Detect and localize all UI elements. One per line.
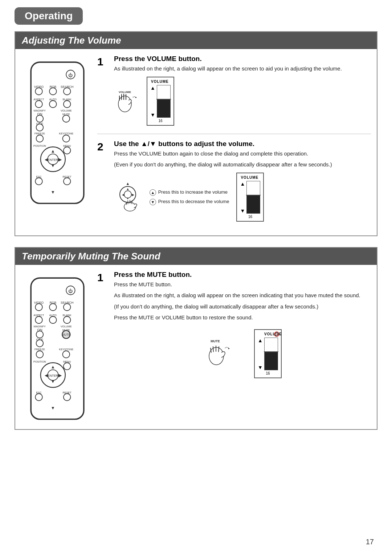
svg-text:▲: ▲ — [126, 187, 130, 191]
volume-meter-2: VOLUME ▲ ▼ — [236, 173, 265, 222]
section1-step1: 1 Press the VOLUME button. As illustrate… — [97, 55, 371, 126]
mute-step1-text1: Press the MUTE button. — [114, 280, 371, 289]
vol-arrow-down-mute: ▼ — [258, 364, 263, 370]
vol-arrow-down-1: ▼ — [150, 112, 155, 118]
svg-point-22 — [36, 124, 43, 131]
mute-step1-number: 1 — [97, 271, 110, 284]
svg-text:POSITION: POSITION — [33, 360, 46, 363]
step1-number: 1 — [97, 56, 110, 68]
svg-point-68 — [49, 303, 56, 310]
svg-point-101 — [35, 393, 42, 400]
vol-num-2: 16 — [248, 215, 252, 219]
vol-num-1: 16 — [158, 119, 162, 123]
arrow-legend: ▲ Press this to increase the volume ▼ Pr… — [150, 187, 229, 206]
step1-illustrations: VOLUME — [114, 77, 371, 126]
up-circle-icon: ▲ — [150, 189, 156, 196]
svg-point-87 — [36, 351, 43, 358]
down-circle-icon: ▼ — [150, 199, 156, 205]
operating-badge: Operating — [15, 7, 83, 25]
svg-text:▶: ▶ — [58, 373, 62, 378]
svg-line-109 — [219, 347, 219, 352]
vol-mid-line-2 — [246, 195, 261, 195]
svg-text:▼: ▼ — [51, 379, 55, 384]
hand-dpad-svg: ▲ ▲ ▼ ◀ ▶ — [114, 181, 143, 213]
legend-up: ▲ Press this to increase the volume — [150, 187, 229, 197]
section1-steps: 1 Press the VOLUME button. As illustrate… — [94, 55, 371, 230]
svg-point-73 — [35, 316, 42, 323]
svg-point-6 — [35, 88, 42, 95]
svg-point-88 — [63, 351, 70, 358]
vol-arrow-up-mute: ▲ — [258, 338, 263, 343]
vol-arrows-2: ▲ ▼ — [240, 181, 245, 214]
svg-text:▼: ▼ — [126, 197, 130, 200]
mute-step1-illustrations: MUTE 🔇 — [114, 329, 371, 378]
step2-text1: Press the VOLUME button again to close t… — [114, 150, 371, 158]
svg-text:▲: ▲ — [126, 181, 130, 186]
section1-content: ⏻ VIDEO RGB SEARCH ASPECT AUTO BLANK MAG… — [15, 49, 377, 235]
remote-svg-2: ⏻ VIDEO RGB SEARCH ASPECT AUTO BLANK MAG… — [26, 274, 88, 424]
section2-steps: 1 Press the MUTE button. Press the MUTE … — [94, 271, 371, 424]
svg-text:VOLUME: VOLUME — [119, 90, 131, 94]
vol-track-wrap-1: ▲ ▼ — [150, 85, 171, 118]
svg-text:⏻: ⏻ — [68, 288, 73, 294]
vol-arrow-up-2: ▲ — [240, 181, 245, 187]
svg-text:ENTER: ENTER — [48, 158, 58, 162]
vol-box-2: VOLUME ▲ ▼ — [236, 173, 264, 222]
svg-marker-110 — [228, 348, 230, 349]
svg-text:MUTE: MUTE — [62, 333, 70, 336]
mute-step1-text4: Press the MUTE or VOLUME button to resto… — [114, 314, 371, 322]
remote-svg-1: ⏻ VIDEO RGB SEARCH ASPECT AUTO BLANK MAG… — [26, 58, 88, 208]
svg-text:▶: ▶ — [132, 193, 134, 197]
svg-text:MUTE: MUTE — [211, 339, 220, 343]
svg-point-74 — [49, 316, 56, 323]
svg-point-26 — [63, 135, 70, 142]
svg-line-107 — [213, 347, 213, 352]
step2-illustrations: ▲ ▲ ▼ ◀ ▶ — [114, 173, 371, 222]
mute-step1-text3: (If you don't do anything, the dialog wi… — [114, 303, 371, 311]
mute-step1-text2: As illustrated on the right, a dialog wi… — [114, 291, 371, 300]
svg-text:◀: ◀ — [122, 193, 124, 197]
svg-point-14 — [64, 101, 70, 108]
svg-text:▶: ▶ — [58, 157, 62, 162]
page-number: 17 — [366, 538, 374, 546]
svg-point-40 — [64, 178, 70, 185]
remote-illustration-2: ⏻ VIDEO RGB SEARCH ASPECT AUTO BLANK MAG… — [21, 271, 94, 424]
section1-header: Adjusting The Volume — [15, 32, 377, 49]
svg-text:▲: ▲ — [51, 364, 55, 370]
vol-num-mute: 16 — [266, 371, 270, 375]
section1-step2: 2 Use the ▲/▼ buttons to adjust the volu… — [97, 140, 371, 222]
step2-body: Use the ▲/▼ buttons to adjust the volume… — [114, 140, 371, 222]
vol-label-1: VOLUME — [150, 80, 169, 84]
legend-down: ▼ Press this to decrease the volume — [150, 197, 229, 206]
step2-text2: (Even if you don't do anything, the dial… — [114, 161, 371, 169]
vol-track-2 — [246, 181, 260, 214]
svg-text:VOLUME: VOLUME — [61, 109, 72, 112]
svg-text:▼: ▼ — [51, 405, 55, 410]
step1-title: Press the VOLUME button. — [114, 55, 371, 63]
svg-point-84 — [36, 340, 43, 347]
vol-mid-line-1 — [156, 99, 171, 100]
svg-line-58 — [128, 201, 128, 204]
svg-point-29 — [64, 147, 70, 154]
vol-track-1 — [157, 85, 171, 118]
volume-meter-1: VOLUME ▲ ▼ — [146, 77, 175, 126]
step2-title: Use the ▲/▼ buttons to adjust the volume… — [114, 140, 371, 148]
step1-text: As illustrated on the right, a dialog wi… — [114, 65, 371, 73]
svg-text:POSITION: POSITION — [33, 144, 46, 148]
mute-step1-title: Press the MUTE button. — [114, 271, 371, 279]
vol-arrow-down-2: ▼ — [240, 208, 245, 214]
hand-volume-svg: VOLUME — [114, 86, 139, 116]
svg-point-102 — [64, 393, 70, 400]
svg-text:▲: ▲ — [51, 149, 55, 154]
vol-track-wrap-2: ▲ ▼ — [240, 181, 260, 214]
remote-illustration-1: ⏻ VIDEO RGB SEARCH ASPECT AUTO BLANK MAG… — [21, 55, 94, 230]
mute-step1-body: Press the MUTE button. Press the MUTE bu… — [114, 271, 371, 378]
svg-text:▼: ▼ — [51, 190, 55, 195]
svg-point-75 — [64, 316, 70, 323]
svg-point-18 — [36, 115, 43, 122]
svg-point-69 — [64, 303, 70, 310]
svg-line-60 — [132, 201, 132, 204]
vol-box-1: VOLUME ▲ ▼ — [147, 77, 174, 126]
svg-text:▼: ▼ — [51, 163, 55, 168]
svg-point-8 — [64, 88, 70, 95]
